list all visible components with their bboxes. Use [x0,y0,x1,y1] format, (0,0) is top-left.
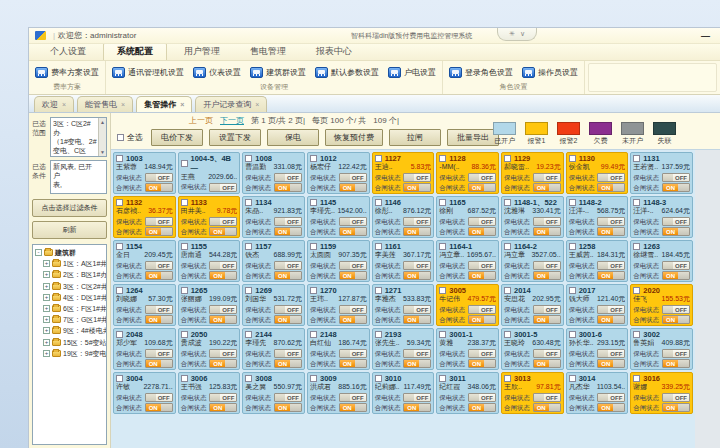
meter-card-1155[interactable]: 1155 唐南通 544.28元 保电状态 OFF 合闸状态 ON [178,240,241,282]
switch-status-toggle[interactable]: ON [145,227,173,236]
supply-status-toggle[interactable]: OFF [533,305,561,314]
ribbon-button-费率方案设置[interactable]: 费率方案设置 [35,67,99,78]
meter-card-3005[interactable]: 3005 牛记伟 479.57元 保电状态 OFF 合闸状态 ON [436,284,499,326]
meter-card-1161[interactable]: 1161 李美莲 367.17元 保电状态 OFF 合闸状态 ON [372,240,435,282]
meter-checkbox[interactable] [181,287,188,294]
meter-checkbox[interactable] [375,155,382,162]
meter-checkbox[interactable] [310,243,317,250]
meter-card-2193[interactable]: 2193 张先生.. 59.34元 保电状态 OFF 合闸状态 ON [372,328,435,370]
choose-filter-button[interactable]: 点击选择过滤条件 [32,199,107,217]
switch-status-toggle[interactable]: ON [597,359,625,368]
meter-card-1265[interactable]: 1265 张丽娜 199.09元 保电状态 OFF 合闸状态 ON [178,284,241,326]
meter-card-1148-3[interactable]: 1148-3 汪洋-.. 624.64元 保电状态 OFF 合闸状态 ON [630,196,693,238]
switch-status-toggle[interactable]: ON [145,271,173,280]
meter-card-1165[interactable]: 1165 徐刚 687.52元 保电状态 OFF 合闸状态 ON [436,196,499,238]
meter-checkbox[interactable] [439,155,446,162]
meter-checkbox[interactable] [439,243,446,250]
switch-status-toggle[interactable]: ON [339,271,367,280]
toolbar-button-批量导出[interactable]: 批量导出 [447,129,499,146]
supply-status-toggle[interactable]: OFF [145,349,173,358]
switch-status-toggle[interactable]: ON [339,227,367,236]
expander-icon[interactable]: + [43,283,50,290]
supply-status-toggle[interactable]: OFF [145,173,173,182]
supply-status-toggle[interactable]: OFF [403,349,431,358]
switch-status-toggle[interactable]: ON [597,403,625,412]
switch-status-toggle[interactable]: ON [339,403,367,412]
meter-checkbox[interactable] [375,243,382,250]
switch-status-toggle[interactable]: ON [403,315,431,324]
meter-card-3014[interactable]: 3014 凡杰华 1103.54.. 保电状态 OFF 合闸状态 ON [566,372,629,414]
minimize-button[interactable]: — [697,31,714,41]
meter-checkbox[interactable] [181,199,188,206]
refresh-button[interactable]: 刷新 [32,221,107,239]
toolbar-button-恢复预付费[interactable]: 恢复预付费 [325,129,383,146]
switch-status-toggle[interactable]: ON [145,315,173,324]
tree-item-1区[interactable]: + 1区：A区1#井 [35,258,105,269]
meter-checkbox[interactable] [569,287,576,294]
supply-status-toggle[interactable]: OFF [274,305,302,314]
switch-status-toggle[interactable]: ON [662,271,690,280]
meter-checkbox[interactable] [504,155,511,162]
supply-status-toggle[interactable]: OFF [145,305,173,314]
tree-item-2区[interactable]: + 2区：B区1#办B区1#井 [35,269,105,280]
supply-status-toggle[interactable]: OFF [209,305,237,314]
ribbon-button-建筑群设置[interactable]: 建筑群设置 [250,67,306,78]
meter-card-3011[interactable]: 3011 纪红霞 348.06元 保电状态 OFF 合闸状态 ON [436,372,499,414]
meter-card-1134[interactable]: 1134 朱晶.. 921.83元 保电状态 OFF 合闸状态 ON [242,196,305,238]
switch-status-toggle[interactable]: ON [339,183,367,192]
supply-status-toggle[interactable]: OFF [597,305,625,314]
meter-card-3008[interactable]: 3008 吴之翼 550.97元 保电状态 OFF 合闸状态 ON [242,372,305,414]
switch-status-toggle[interactable]: ON [468,359,496,368]
supply-status-toggle[interactable]: OFF [145,261,173,270]
tree-item-4区[interactable]: + 4区：D区1#井（D区1 [35,292,105,303]
scroll-down-icon[interactable]: ▼ [100,149,105,156]
meter-checkbox[interactable] [633,331,640,338]
supply-status-toggle[interactable]: OFF [533,349,561,358]
meter-checkbox[interactable] [116,155,123,162]
tree-item-7区[interactable]: + 7区：G区1#井 [35,314,105,325]
supply-status-toggle[interactable]: OFF [662,217,690,226]
meter-card-1154[interactable]: 1154 金日 209.45元 保电状态 OFF 合闸状态 ON [113,240,176,282]
meter-card-3002[interactable]: 3002 鲁英娟 409.88元 保电状态 OFF 合闸状态 ON [630,328,693,370]
meter-card-3009[interactable]: 3009 洪成君 885.16元 保电状态 OFF 合闸状态 ON [307,372,370,414]
supply-status-toggle[interactable]: OFF [468,173,496,182]
supply-status-toggle[interactable]: OFF [403,305,431,314]
menu-tab-用户管理[interactable]: 用户管理 [171,43,233,60]
supply-status-toggle[interactable]: OFF [209,183,237,192]
meter-checkbox[interactable] [181,160,188,167]
meter-checkbox[interactable] [504,199,511,206]
meter-card-1133[interactable]: 1133 田井美.. 9.78元 保电状态 OFF 合闸状态 ON [178,196,241,238]
meter-card-1003[interactable]: 1003 王紫蓉 148.94元 保电状态 OFF 合闸状态 ON [113,152,176,194]
switch-status-toggle[interactable]: ON [468,271,496,280]
quick-access-pill[interactable]: ✳ ∨ [497,28,537,41]
meter-card-2144[interactable]: 2144 李瑾先 870.62元 保电状态 OFF 合闸状态 ON [242,328,305,370]
meter-card-1164-1[interactable]: 1164-1 冯立章.. 1695.67.. 保电状态 OFF 合闸状态 ON [436,240,499,282]
supply-status-toggle[interactable]: OFF [597,393,625,402]
meter-checkbox[interactable] [181,243,188,250]
switch-status-toggle[interactable]: ON [597,271,625,280]
switch-status-toggle[interactable]: ON [662,315,690,324]
expander-icon[interactable]: + [43,327,50,334]
supply-status-toggle[interactable]: OFF [468,393,496,402]
supply-status-toggle[interactable]: OFF [339,349,367,358]
menu-tab-报表中心[interactable]: 报表中心 [303,43,365,60]
meter-checkbox[interactable] [504,375,511,382]
switch-status-toggle[interactable]: ON [209,315,237,324]
ribbon-button-默认参数设置[interactable]: 默认参数设置 [315,67,379,78]
meter-checkbox[interactable] [245,155,252,162]
expander-icon[interactable]: + [43,316,50,323]
supply-status-toggle[interactable]: OFF [662,261,690,270]
meter-card-1270[interactable]: 1270 王玮.. 127.87元 保电状态 OFF 合闸状态 ON [307,284,370,326]
document-tab-欢迎[interactable]: 欢迎 × [34,96,74,112]
meter-checkbox[interactable] [245,287,252,294]
meter-checkbox[interactable] [633,199,640,206]
meter-card-3004[interactable]: 3004 许敏 2278.71.. 保电状态 OFF 合闸状态 ON [113,372,176,414]
supply-status-toggle[interactable]: OFF [274,261,302,270]
supply-status-toggle[interactable]: OFF [468,261,496,270]
meter-checkbox[interactable] [569,199,576,206]
switch-status-toggle[interactable]: ON [403,359,431,368]
switch-status-toggle[interactable]: ON [209,359,237,368]
document-tab-能管售电[interactable]: 能管售电 × [77,96,133,112]
meter-checkbox[interactable] [504,331,511,338]
supply-status-toggle[interactable]: OFF [662,173,690,182]
